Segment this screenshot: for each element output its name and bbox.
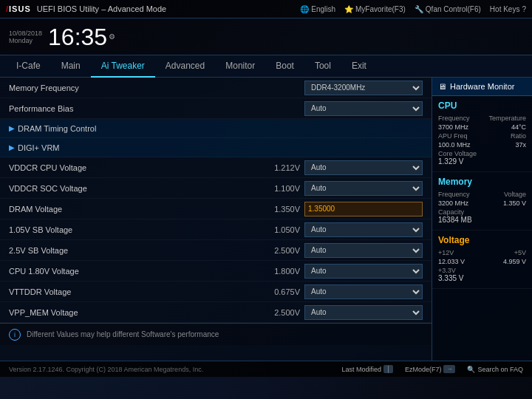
fan-icon: 🔧 (415, 5, 423, 13)
settings-icon[interactable]: ⚙ (109, 33, 115, 41)
label-vpp-mem: VPP_MEM Voltage (9, 308, 248, 317)
hw-core-v-value: 1.329 V (438, 157, 526, 166)
nav-icafe[interactable]: I-Cafe (6, 55, 51, 78)
search-icon: 🔍 (467, 366, 475, 373)
select-cpu-1v8[interactable]: Auto (304, 264, 423, 279)
hw-v5-label: +5V (514, 249, 526, 256)
monitor-icon: 🖥 (438, 82, 446, 91)
search-label: Search on FAQ (477, 366, 523, 373)
hw-mem-freq-value: 3200 MHz (438, 200, 468, 207)
row-perf-bias: Performance Bias Auto (0, 98, 432, 119)
nav-main[interactable]: Main (51, 55, 91, 78)
hw-title-text: Hardware Monitor (450, 82, 514, 91)
hw-apu-label: APU Freq (438, 132, 468, 140)
hw-mem-cap-label: Capacity (438, 208, 526, 216)
last-modified-label: Last Modified (341, 366, 381, 373)
search-faq-button[interactable]: 🔍 Search on FAQ (467, 365, 523, 373)
value-vddcr-cpu: 1.212V (248, 163, 300, 172)
hw-cpu-temp-label: Temperature (488, 115, 526, 122)
select-1v05-sb[interactable]: Auto (304, 222, 423, 237)
star-icon: ⭐ (344, 5, 353, 13)
date-display: 10/08/2018Monday (9, 30, 42, 44)
hw-cpu-freq-row: Frequency Temperature (438, 115, 526, 122)
row-digi-vrm[interactable]: ▶ DIGI+ VRM (0, 138, 432, 157)
hotkeys-button[interactable]: Hot Keys ? (490, 5, 526, 13)
hw-v12-value: 12.033 V (438, 258, 465, 265)
myfavorite-button[interactable]: ⭐ MyFavorite(F3) (344, 5, 406, 13)
value-cpu-1v8: 1.800V (248, 267, 300, 276)
value-dram-voltage: 1.350V (248, 205, 300, 214)
hw-cpu-temp-value: 44°C (511, 123, 526, 131)
main-panel: Memory Frequency DDR4-3200MHz Performanc… (0, 78, 432, 361)
hw-apu-value: 100.0 MHz (438, 141, 471, 149)
select-vttddr[interactable]: Auto (304, 284, 423, 299)
row-memory-freq: Memory Frequency DDR4-3200MHz (0, 78, 432, 98)
myfavorite-label: MyFavorite(F3) (355, 5, 406, 13)
language-selector[interactable]: 🌐 English (300, 5, 335, 13)
last-modified-button[interactable]: Last Modified │ (341, 365, 393, 373)
row-vpp-mem: VPP_MEM Voltage 2.500V Auto (0, 302, 432, 323)
nav-exit[interactable]: Exit (341, 55, 377, 78)
asus-logo: /ISUS (6, 4, 31, 13)
expand-dram-timing-icon: ▶ (9, 124, 15, 132)
hotkeys-label: Hot Keys (490, 5, 520, 13)
hw-memory-title: Memory (438, 177, 526, 187)
hw-v33-label: +3.3V (438, 267, 526, 274)
expand-digi-vrm-icon: ▶ (9, 143, 15, 151)
bottom-right: Last Modified │ EzMode(F7) → 🔍 Search on… (341, 365, 523, 373)
label-perf-bias: Performance Bias (9, 104, 304, 113)
value-vddcr-soc: 1.100V (248, 184, 300, 193)
qfan-label: Qfan Control(F6) (426, 5, 481, 13)
input-dram-voltage[interactable] (304, 202, 423, 216)
hw-mem-volt-value: 1.350 V (503, 200, 526, 207)
question-icon: ? (522, 5, 526, 13)
hw-voltage-title: Voltage (438, 235, 526, 245)
select-vddcr-soc[interactable]: Auto (304, 181, 423, 196)
hw-monitor-title: 🖥 Hardware Monitor (432, 78, 532, 96)
nav-boot[interactable]: Boot (265, 55, 304, 78)
nav-monitor[interactable]: Monitor (215, 55, 265, 78)
hw-core-v-label: Core Voltage (438, 150, 526, 157)
label-2v5-sb: 2.5V SB Voltage (9, 246, 248, 255)
row-vddcr-soc: VDDCR SOC Voltage 1.100V Auto (0, 178, 432, 199)
label-1v05-sb: 1.05V SB Voltage (9, 225, 248, 234)
info-text: Different Values may help different Soft… (27, 330, 219, 338)
copyright-text: Version 2.17.1246. Copyright (C) 2018 Am… (9, 366, 203, 373)
hw-v12-val-row: 12.033 V 4.959 V (438, 258, 526, 265)
info-bar: i Different Values may help different So… (0, 323, 432, 345)
bottom-bar: Version 2.17.1246. Copyright (C) 2018 Am… (0, 361, 532, 377)
nav-aitweaker[interactable]: Ai Tweaker (91, 55, 155, 78)
hw-monitor-panel: 🖥 Hardware Monitor CPU Frequency Tempera… (432, 78, 532, 361)
hw-mem-volt-label: Voltage (504, 191, 526, 198)
label-vttddr: VTTDDR Voltage (9, 287, 248, 296)
label-dram-timing: DRAM Timing Control (18, 124, 423, 133)
row-cpu-1v8: CPU 1.80V Voltage 1.800V Auto (0, 261, 432, 282)
hw-ratio-label: Ratio (511, 132, 526, 140)
value-1v05-sb: 1.050V (248, 225, 300, 234)
label-vddcr-soc: VDDCR SOC Voltage (9, 184, 248, 193)
select-memory-freq[interactable]: DDR4-3200MHz (304, 81, 423, 95)
ez-mode-button[interactable]: EzMode(F7) → (405, 365, 456, 373)
hw-voltage-section: Voltage +12V +5V 12.033 V 4.959 V +3.3V … (432, 231, 532, 289)
nav-advanced[interactable]: Advanced (155, 55, 215, 78)
hw-memory-section: Memory Frequency Voltage 3200 MHz 1.350 … (432, 172, 532, 231)
hw-mem-freq-val-row: 3200 MHz 1.350 V (438, 200, 526, 207)
topbar: /ISUS UEFI BIOS Utility – Advanced Mode … (0, 0, 532, 18)
hw-cpu-freq-val-row: 3700 MHz 44°C (438, 123, 526, 131)
hw-cpu-section: CPU Frequency Temperature 3700 MHz 44°C … (432, 96, 532, 172)
label-digi-vrm: DIGI+ VRM (18, 143, 423, 152)
select-vddcr-cpu[interactable]: Auto (304, 160, 423, 175)
qfan-button[interactable]: 🔧 Qfan Control(F6) (415, 5, 481, 13)
label-dram-voltage: DRAM Voltage (9, 205, 248, 214)
select-2v5-sb[interactable]: Auto (304, 243, 423, 258)
row-dram-voltage: DRAM Voltage 1.350V (0, 199, 432, 219)
hw-v12-row: +12V +5V (438, 249, 526, 256)
row-dram-timing[interactable]: ▶ DRAM Timing Control (0, 119, 432, 138)
select-vpp-mem[interactable]: Auto (304, 305, 423, 320)
language-label: English (311, 5, 335, 13)
select-perf-bias[interactable]: Auto (304, 101, 423, 116)
hw-cpu-title: CPU (438, 100, 526, 111)
topbar-right: 🌐 English ⭐ MyFavorite(F3) 🔧 Qfan Contro… (300, 5, 526, 13)
nav-tool[interactable]: Tool (304, 55, 341, 78)
globe-icon: 🌐 (300, 5, 309, 13)
